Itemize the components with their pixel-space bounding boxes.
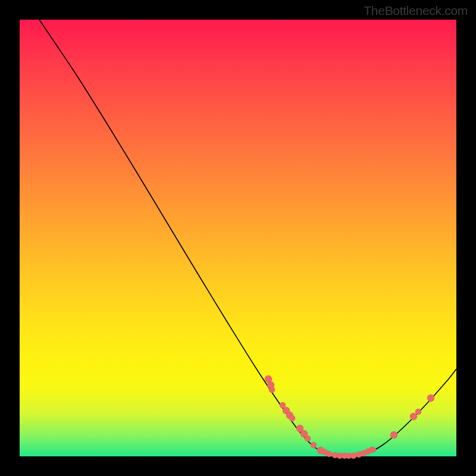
data-point (305, 436, 311, 441)
data-point (410, 413, 417, 420)
data-point (311, 442, 317, 448)
bottleneck-curve (39, 20, 456, 456)
chart-plot-area (20, 20, 456, 456)
data-point (289, 415, 295, 421)
data-point (415, 409, 421, 415)
data-point (427, 394, 434, 402)
data-point (269, 387, 275, 393)
data-points-group (265, 375, 434, 459)
data-point (371, 447, 376, 452)
data-point (390, 431, 397, 439)
watermark-text: TheBottleneck.com (364, 4, 468, 18)
chart-svg (20, 20, 456, 456)
data-point (350, 453, 356, 459)
data-point (326, 451, 332, 457)
